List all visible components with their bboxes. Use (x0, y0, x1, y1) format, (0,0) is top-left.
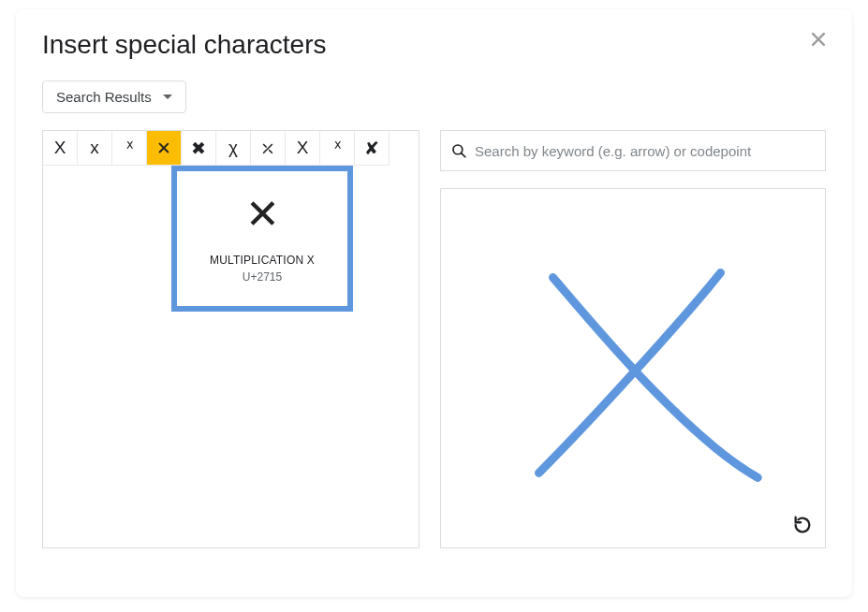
dialog-title: Insert special characters (42, 30, 826, 60)
char-cell-3[interactable]: ✕ (147, 131, 182, 166)
drawing-canvas[interactable] (441, 189, 825, 547)
char-cell-8[interactable]: ᕽ (320, 131, 355, 166)
char-cell-6[interactable]: ⤫ (251, 131, 286, 166)
panels: Xxᕁ✕✖χ⤫Χᕽ✘ ✕ MULTIPLICATION X U+2715 (42, 130, 826, 548)
tooltip-codepoint: U+2715 (243, 270, 282, 284)
char-cell-4[interactable]: ✖ (182, 131, 216, 166)
tooltip-glyph: ✕ (245, 194, 280, 235)
insert-special-characters-dialog: Insert special characters Search Results… (16, 9, 852, 597)
caret-down-icon (163, 95, 172, 99)
category-dropdown[interactable]: Search Results (42, 80, 186, 113)
char-cell-1[interactable]: x (78, 131, 112, 166)
right-column (440, 130, 826, 548)
draw-panel[interactable] (440, 188, 826, 548)
char-cell-0[interactable]: X (43, 131, 78, 166)
search-input[interactable] (475, 143, 816, 159)
char-cell-2[interactable]: ᕁ (112, 131, 147, 166)
tooltip-name: MULTIPLICATION X (210, 254, 315, 267)
character-grid: Xxᕁ✕✖χ⤫Χᕽ✘ (43, 131, 419, 166)
character-tooltip: ✕ MULTIPLICATION X U+2715 (171, 166, 353, 312)
search-icon (450, 142, 467, 159)
dropdown-label: Search Results (56, 89, 152, 105)
close-button[interactable] (805, 26, 831, 52)
char-cell-5[interactable]: χ (216, 131, 251, 166)
undo-icon (792, 515, 813, 535)
results-panel: Xxᕁ✕✖χ⤫Χᕽ✘ ✕ MULTIPLICATION X U+2715 (42, 130, 419, 548)
close-icon (809, 30, 828, 49)
search-container (440, 130, 826, 171)
char-cell-7[interactable]: Χ (286, 131, 320, 166)
svg-line-3 (462, 153, 465, 157)
char-cell-9[interactable]: ✘ (355, 131, 390, 166)
undo-button[interactable] (789, 512, 816, 538)
